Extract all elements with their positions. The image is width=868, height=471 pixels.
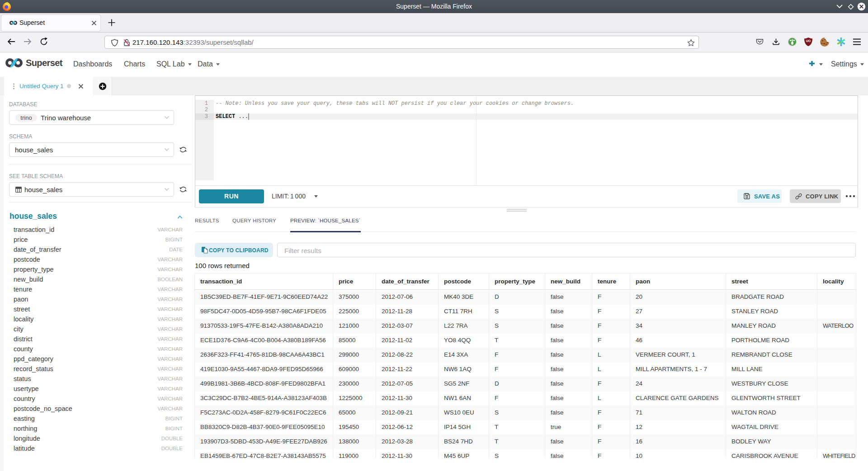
svg-text:UO: UO [806,39,811,42]
